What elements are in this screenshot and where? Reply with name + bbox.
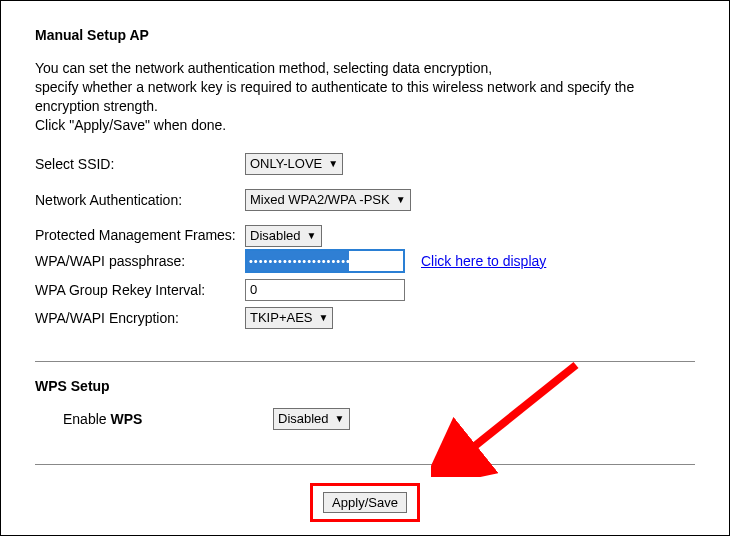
encryption-select[interactable]: TKIP+AES ▼ xyxy=(245,307,333,329)
pmf-label: Protected Management Frames: xyxy=(35,227,245,244)
dropdown-caret-icon: ▼ xyxy=(319,313,329,323)
pmf-select-value: Disabled xyxy=(250,228,301,243)
wps-enable-label-bold: WPS xyxy=(110,411,142,427)
apply-save-button[interactable]: Apply/Save xyxy=(323,492,407,513)
passphrase-input[interactable] xyxy=(245,249,405,273)
apply-highlight-box: Apply/Save xyxy=(310,483,420,522)
wps-enable-select[interactable]: Disabled ▼ xyxy=(273,408,350,430)
row-ssid: Select SSID: ONLY-LOVE ▼ xyxy=(35,153,695,175)
wps-enable-label: Enable WPS xyxy=(35,411,273,427)
intro-line-1: You can set the network authentication m… xyxy=(35,60,492,76)
row-encryption: WPA/WAPI Encryption: TKIP+AES ▼ xyxy=(35,307,695,329)
action-area: Apply/Save xyxy=(35,483,695,522)
ssid-select-value: ONLY-LOVE xyxy=(250,156,322,171)
dropdown-caret-icon: ▼ xyxy=(307,231,317,241)
passphrase-label: WPA/WAPI passphrase: xyxy=(35,253,245,269)
intro-text: You can set the network authentication m… xyxy=(35,59,695,135)
wps-enable-label-prefix: Enable xyxy=(63,411,110,427)
intro-line-2: specify whether a network key is require… xyxy=(35,79,634,114)
ssid-label: Select SSID: xyxy=(35,156,245,172)
auth-select[interactable]: Mixed WPA2/WPA -PSK ▼ xyxy=(245,189,411,211)
auth-select-value: Mixed WPA2/WPA -PSK xyxy=(250,192,390,207)
row-pmf: Protected Management Frames: Disabled ▼ xyxy=(35,225,695,247)
row-wps-enable: Enable WPS Disabled ▼ xyxy=(35,408,695,430)
section-divider-2 xyxy=(35,464,695,465)
settings-rows: Select SSID: ONLY-LOVE ▼ Network Authent… xyxy=(35,153,695,329)
rekey-input[interactable] xyxy=(245,279,405,301)
dropdown-caret-icon: ▼ xyxy=(328,159,338,169)
rekey-label: WPA Group Rekey Interval: xyxy=(35,282,245,298)
pmf-select[interactable]: Disabled ▼ xyxy=(245,225,322,247)
section-divider xyxy=(35,361,695,362)
row-auth: Network Authentication: Mixed WPA2/WPA -… xyxy=(35,189,695,211)
row-passphrase: WPA/WAPI passphrase: Click here to displ… xyxy=(35,249,695,273)
display-passphrase-link[interactable]: Click here to display xyxy=(421,253,546,269)
encryption-select-value: TKIP+AES xyxy=(250,310,313,325)
ssid-select[interactable]: ONLY-LOVE ▼ xyxy=(245,153,343,175)
dropdown-caret-icon: ▼ xyxy=(396,195,406,205)
dropdown-caret-icon: ▼ xyxy=(335,414,345,424)
page-title: Manual Setup AP xyxy=(35,27,695,43)
auth-label: Network Authentication: xyxy=(35,192,245,208)
encryption-label: WPA/WAPI Encryption: xyxy=(35,310,245,326)
wps-enable-select-value: Disabled xyxy=(278,411,329,426)
security-settings-panel: Manual Setup AP You can set the network … xyxy=(0,0,730,536)
row-rekey: WPA Group Rekey Interval: xyxy=(35,279,695,301)
intro-line-3: Click "Apply/Save" when done. xyxy=(35,117,226,133)
wps-section-title: WPS Setup xyxy=(35,378,695,394)
